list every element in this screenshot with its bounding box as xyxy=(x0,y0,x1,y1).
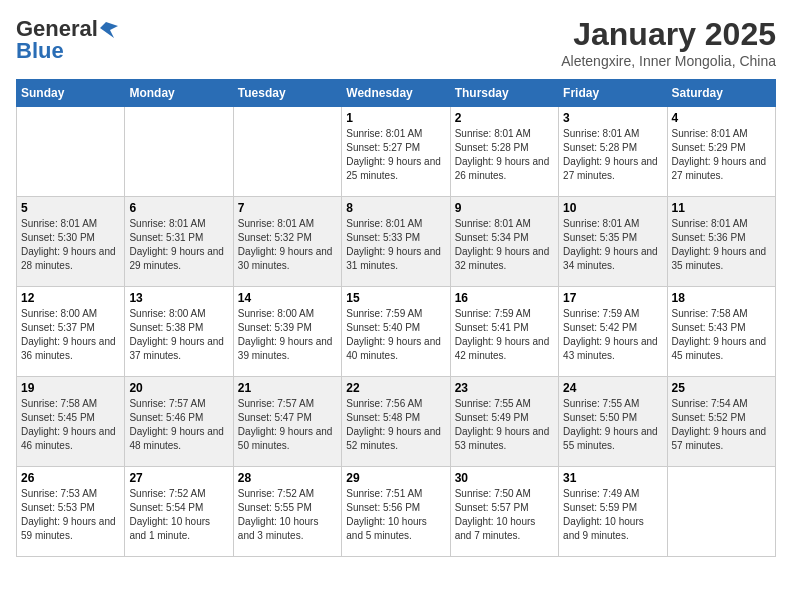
svg-marker-0 xyxy=(100,22,118,38)
day-number: 2 xyxy=(455,111,554,125)
calendar-cell: 19 Sunrise: 7:58 AMSunset: 5:45 PMDaylig… xyxy=(17,377,125,467)
calendar-cell: 20 Sunrise: 7:57 AMSunset: 5:46 PMDaylig… xyxy=(125,377,233,467)
weekday-header-monday: Monday xyxy=(125,80,233,107)
calendar-cell xyxy=(667,467,775,557)
day-number: 7 xyxy=(238,201,337,215)
calendar-cell: 4 Sunrise: 8:01 AMSunset: 5:29 PMDayligh… xyxy=(667,107,775,197)
day-info: Sunrise: 8:01 AMSunset: 5:33 PMDaylight:… xyxy=(346,217,445,273)
day-info: Sunrise: 7:53 AMSunset: 5:53 PMDaylight:… xyxy=(21,487,120,543)
day-info: Sunrise: 8:01 AMSunset: 5:36 PMDaylight:… xyxy=(672,217,771,273)
day-info: Sunrise: 7:57 AMSunset: 5:46 PMDaylight:… xyxy=(129,397,228,453)
day-number: 23 xyxy=(455,381,554,395)
day-info: Sunrise: 7:58 AMSunset: 5:45 PMDaylight:… xyxy=(21,397,120,453)
day-info: Sunrise: 8:00 AMSunset: 5:37 PMDaylight:… xyxy=(21,307,120,363)
weekday-header-thursday: Thursday xyxy=(450,80,558,107)
calendar-cell: 9 Sunrise: 8:01 AMSunset: 5:34 PMDayligh… xyxy=(450,197,558,287)
day-number: 28 xyxy=(238,471,337,485)
calendar-title: January 2025 xyxy=(561,16,776,53)
title-block: January 2025 Aletengxire, Inner Mongolia… xyxy=(561,16,776,69)
calendar-cell: 14 Sunrise: 8:00 AMSunset: 5:39 PMDaylig… xyxy=(233,287,341,377)
calendar-cell: 25 Sunrise: 7:54 AMSunset: 5:52 PMDaylig… xyxy=(667,377,775,467)
calendar-week-3: 12 Sunrise: 8:00 AMSunset: 5:37 PMDaylig… xyxy=(17,287,776,377)
day-info: Sunrise: 7:52 AMSunset: 5:55 PMDaylight:… xyxy=(238,487,337,543)
day-info: Sunrise: 8:01 AMSunset: 5:29 PMDaylight:… xyxy=(672,127,771,183)
day-number: 21 xyxy=(238,381,337,395)
day-info: Sunrise: 7:55 AMSunset: 5:49 PMDaylight:… xyxy=(455,397,554,453)
day-number: 24 xyxy=(563,381,662,395)
day-number: 18 xyxy=(672,291,771,305)
day-info: Sunrise: 7:52 AMSunset: 5:54 PMDaylight:… xyxy=(129,487,228,543)
calendar-cell: 17 Sunrise: 7:59 AMSunset: 5:42 PMDaylig… xyxy=(559,287,667,377)
day-number: 29 xyxy=(346,471,445,485)
day-info: Sunrise: 7:54 AMSunset: 5:52 PMDaylight:… xyxy=(672,397,771,453)
day-info: Sunrise: 7:49 AMSunset: 5:59 PMDaylight:… xyxy=(563,487,662,543)
weekday-header-friday: Friday xyxy=(559,80,667,107)
day-number: 19 xyxy=(21,381,120,395)
day-info: Sunrise: 7:58 AMSunset: 5:43 PMDaylight:… xyxy=(672,307,771,363)
calendar-cell: 27 Sunrise: 7:52 AMSunset: 5:54 PMDaylig… xyxy=(125,467,233,557)
calendar-cell: 5 Sunrise: 8:01 AMSunset: 5:30 PMDayligh… xyxy=(17,197,125,287)
logo-bird-icon xyxy=(100,20,118,38)
day-info: Sunrise: 7:51 AMSunset: 5:56 PMDaylight:… xyxy=(346,487,445,543)
day-number: 9 xyxy=(455,201,554,215)
day-info: Sunrise: 7:59 AMSunset: 5:40 PMDaylight:… xyxy=(346,307,445,363)
calendar-cell xyxy=(125,107,233,197)
weekday-header-saturday: Saturday xyxy=(667,80,775,107)
calendar-cell: 7 Sunrise: 8:01 AMSunset: 5:32 PMDayligh… xyxy=(233,197,341,287)
calendar-cell: 26 Sunrise: 7:53 AMSunset: 5:53 PMDaylig… xyxy=(17,467,125,557)
calendar-cell: 11 Sunrise: 8:01 AMSunset: 5:36 PMDaylig… xyxy=(667,197,775,287)
day-number: 4 xyxy=(672,111,771,125)
day-number: 3 xyxy=(563,111,662,125)
day-info: Sunrise: 8:01 AMSunset: 5:31 PMDaylight:… xyxy=(129,217,228,273)
calendar-cell: 21 Sunrise: 7:57 AMSunset: 5:47 PMDaylig… xyxy=(233,377,341,467)
logo-blue-text: Blue xyxy=(16,38,64,64)
day-number: 13 xyxy=(129,291,228,305)
weekday-header-row: SundayMondayTuesdayWednesdayThursdayFrid… xyxy=(17,80,776,107)
day-number: 14 xyxy=(238,291,337,305)
calendar-subtitle: Aletengxire, Inner Mongolia, China xyxy=(561,53,776,69)
calendar-cell: 12 Sunrise: 8:00 AMSunset: 5:37 PMDaylig… xyxy=(17,287,125,377)
day-number: 6 xyxy=(129,201,228,215)
day-number: 25 xyxy=(672,381,771,395)
day-info: Sunrise: 8:00 AMSunset: 5:39 PMDaylight:… xyxy=(238,307,337,363)
day-number: 8 xyxy=(346,201,445,215)
day-number: 30 xyxy=(455,471,554,485)
calendar-cell: 29 Sunrise: 7:51 AMSunset: 5:56 PMDaylig… xyxy=(342,467,450,557)
day-number: 10 xyxy=(563,201,662,215)
weekday-header-sunday: Sunday xyxy=(17,80,125,107)
calendar-cell: 22 Sunrise: 7:56 AMSunset: 5:48 PMDaylig… xyxy=(342,377,450,467)
calendar-cell: 10 Sunrise: 8:01 AMSunset: 5:35 PMDaylig… xyxy=(559,197,667,287)
day-info: Sunrise: 8:01 AMSunset: 5:34 PMDaylight:… xyxy=(455,217,554,273)
day-number: 31 xyxy=(563,471,662,485)
calendar-cell: 24 Sunrise: 7:55 AMSunset: 5:50 PMDaylig… xyxy=(559,377,667,467)
day-number: 5 xyxy=(21,201,120,215)
calendar-table: SundayMondayTuesdayWednesdayThursdayFrid… xyxy=(16,79,776,557)
calendar-cell xyxy=(17,107,125,197)
calendar-week-1: 1 Sunrise: 8:01 AMSunset: 5:27 PMDayligh… xyxy=(17,107,776,197)
day-number: 16 xyxy=(455,291,554,305)
day-number: 17 xyxy=(563,291,662,305)
day-info: Sunrise: 8:01 AMSunset: 5:28 PMDaylight:… xyxy=(563,127,662,183)
day-info: Sunrise: 8:01 AMSunset: 5:35 PMDaylight:… xyxy=(563,217,662,273)
day-info: Sunrise: 8:01 AMSunset: 5:27 PMDaylight:… xyxy=(346,127,445,183)
day-number: 11 xyxy=(672,201,771,215)
calendar-cell: 31 Sunrise: 7:49 AMSunset: 5:59 PMDaylig… xyxy=(559,467,667,557)
calendar-cell: 2 Sunrise: 8:01 AMSunset: 5:28 PMDayligh… xyxy=(450,107,558,197)
day-number: 15 xyxy=(346,291,445,305)
calendar-week-4: 19 Sunrise: 7:58 AMSunset: 5:45 PMDaylig… xyxy=(17,377,776,467)
day-info: Sunrise: 8:01 AMSunset: 5:28 PMDaylight:… xyxy=(455,127,554,183)
day-number: 20 xyxy=(129,381,228,395)
day-number: 22 xyxy=(346,381,445,395)
calendar-cell: 6 Sunrise: 8:01 AMSunset: 5:31 PMDayligh… xyxy=(125,197,233,287)
day-number: 12 xyxy=(21,291,120,305)
day-number: 27 xyxy=(129,471,228,485)
weekday-header-wednesday: Wednesday xyxy=(342,80,450,107)
weekday-header-tuesday: Tuesday xyxy=(233,80,341,107)
day-info: Sunrise: 7:55 AMSunset: 5:50 PMDaylight:… xyxy=(563,397,662,453)
calendar-cell: 30 Sunrise: 7:50 AMSunset: 5:57 PMDaylig… xyxy=(450,467,558,557)
calendar-cell: 28 Sunrise: 7:52 AMSunset: 5:55 PMDaylig… xyxy=(233,467,341,557)
calendar-week-5: 26 Sunrise: 7:53 AMSunset: 5:53 PMDaylig… xyxy=(17,467,776,557)
day-info: Sunrise: 8:01 AMSunset: 5:32 PMDaylight:… xyxy=(238,217,337,273)
calendar-cell xyxy=(233,107,341,197)
day-number: 26 xyxy=(21,471,120,485)
